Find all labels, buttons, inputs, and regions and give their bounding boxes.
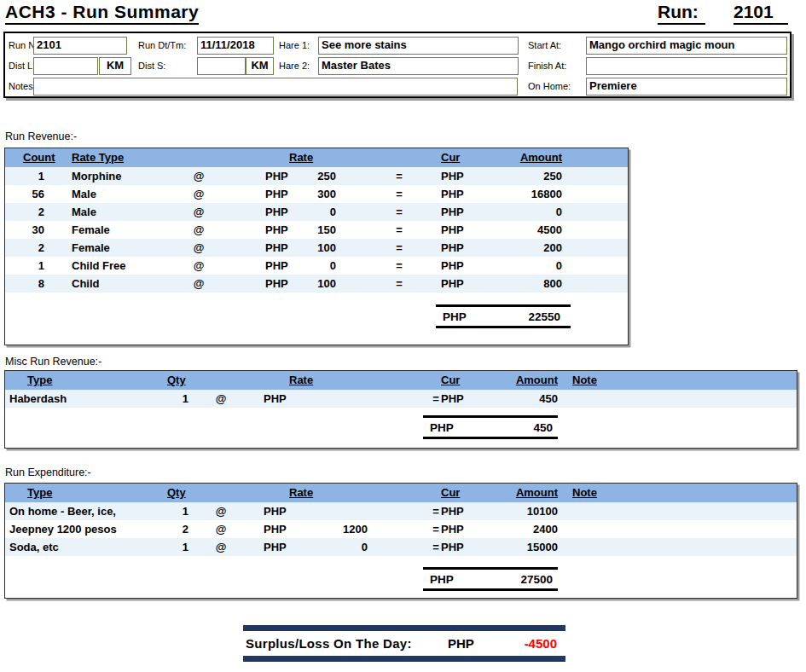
at-symbol: @ <box>184 221 213 239</box>
cell-count: 30 <box>5 221 44 239</box>
total-amount: 22550 <box>528 308 560 326</box>
hare2-input[interactable]: Master Bates <box>318 57 519 75</box>
dist-s-unit-box: KM <box>246 57 274 75</box>
cell-rate: 0 <box>295 538 368 556</box>
run-revenue-total-row: PHP 22550 <box>436 304 571 328</box>
cell-rate-currency: PHP <box>265 239 288 257</box>
cell-rate-currency: PHP <box>265 257 288 275</box>
run-no-input[interactable]: 2101 <box>33 37 127 55</box>
cell-amount: 2400 <box>462 520 558 538</box>
cell-rate: 100 <box>288 239 336 257</box>
col-header-qty: Qty <box>167 484 186 502</box>
equals-symbol: = <box>391 167 408 185</box>
total-amount: 450 <box>533 419 553 437</box>
on-home-label: On Home: <box>528 78 571 96</box>
dist-l-unit-box: KM <box>99 57 131 75</box>
cell-currency: PHP <box>441 203 464 221</box>
finish-at-input[interactable] <box>586 57 787 75</box>
dist-l-label: Dist L: <box>9 57 35 75</box>
surplus-label: Surplus/Loss On The Day: <box>246 631 412 656</box>
cell-amount: 0 <box>462 203 562 221</box>
table-row: 56 Male @ PHP 300 = PHP 16800 <box>5 185 628 203</box>
cell-rate-currency: PHP <box>264 520 287 538</box>
cell-amount: 200 <box>462 239 562 257</box>
cell-qty: 2 <box>142 520 188 538</box>
hare1-input[interactable]: See more stains <box>318 37 519 55</box>
surplus-currency: PHP <box>448 631 474 656</box>
run-expenditure-total-row: PHP 27500 <box>423 567 558 591</box>
hare1-label: Hare 1: <box>279 37 310 55</box>
equals-symbol: = <box>391 257 408 275</box>
table-row: Jeepney 1200 pesos 2 @ PHP 1200 = PHP 24… <box>5 520 797 538</box>
start-at-input[interactable]: Mango orchird magic moun <box>586 37 787 55</box>
cell-amount: 0 <box>462 257 562 275</box>
at-symbol: @ <box>184 203 213 221</box>
cell-rate-currency: PHP <box>264 502 287 520</box>
cell-currency: PHP <box>441 520 464 538</box>
cell-rate: 0 <box>288 203 336 221</box>
cell-qty: 1 <box>142 538 188 556</box>
cell-currency: PHP <box>441 221 464 239</box>
total-currency: PHP <box>430 571 454 588</box>
table-row: 2 Female @ PHP 100 = PHP 200 <box>5 239 628 257</box>
dist-l-input[interactable] <box>33 57 98 75</box>
col-header-cur: Cur <box>441 484 460 502</box>
col-header-note: Note <box>572 484 597 502</box>
cell-rate: 150 <box>288 221 336 239</box>
equals-symbol: = <box>391 203 408 221</box>
cell-count: 56 <box>5 185 44 203</box>
col-header-note: Note <box>572 371 597 390</box>
cell-amount: 800 <box>462 275 562 293</box>
col-header-amount: Amount <box>462 371 558 390</box>
table-row: 2 Male @ PHP 0 = PHP 0 <box>5 203 628 221</box>
cell-rate-currency: PHP <box>265 221 288 239</box>
col-header-cur: Cur <box>441 148 460 167</box>
cell-qty: 1 <box>142 390 188 408</box>
dist-s-input[interactable] <box>197 57 246 75</box>
hare2-label: Hare 2: <box>279 57 310 75</box>
cell-rate-currency: PHP <box>265 185 288 203</box>
cell-amount: 450 <box>462 390 558 408</box>
cell-rate-currency: PHP <box>264 390 287 408</box>
at-symbol: @ <box>210 520 232 538</box>
col-header-qty: Qty <box>167 371 186 390</box>
run-expenditure-header-row: Type Qty Rate Cur Amount Note <box>5 484 797 502</box>
cell-currency: PHP <box>441 185 464 203</box>
at-symbol: @ <box>184 275 213 293</box>
run-header-box: Run No: 2101 Run Dt/Tm: 11/11/2018 Hare … <box>3 32 792 98</box>
run-dttm-label: Run Dt/Tm: <box>138 37 186 55</box>
cell-type: Soda, etc <box>9 538 59 556</box>
table-row: On home - Beer, ice, 1 @ PHP = PHP 10100 <box>5 502 797 520</box>
cell-amount: 15000 <box>462 538 558 556</box>
at-symbol: @ <box>184 257 213 275</box>
cell-rate: 100 <box>288 275 336 293</box>
at-symbol: @ <box>210 502 232 520</box>
cell-amount: 10100 <box>462 502 558 520</box>
misc-revenue-table: Type Qty Rate Cur Amount Note Haberdash … <box>4 370 797 449</box>
run-dttm-input[interactable]: 11/11/2018 <box>197 37 274 55</box>
total-currency: PHP <box>443 308 467 326</box>
cell-type: On home - Beer, ice, <box>9 502 116 520</box>
total-currency: PHP <box>430 419 454 437</box>
cell-rate-currency: PHP <box>265 203 288 221</box>
cell-rate-type: Male <box>72 203 96 221</box>
misc-revenue-header-row: Type Qty Rate Cur Amount Note <box>5 371 797 390</box>
at-symbol: @ <box>184 239 213 257</box>
cell-rate-currency: PHP <box>265 167 288 185</box>
cell-rate-type: Female <box>72 221 110 239</box>
cell-rate: 1200 <box>295 520 368 538</box>
cell-amount: 250 <box>462 167 562 185</box>
on-home-input[interactable]: Premiere <box>586 78 787 96</box>
misc-revenue-section-label: Misc Run Revenue:- <box>5 356 101 368</box>
surplus-strip: Surplus/Loss On The Day: PHP -4500 <box>243 625 565 662</box>
col-header-rate: Rate <box>289 371 313 390</box>
run-expenditure-table: Type Qty Rate Cur Amount Note On home - … <box>4 483 797 599</box>
col-header-amount: Amount <box>462 148 562 167</box>
cell-rate-currency: PHP <box>264 538 287 556</box>
cell-rate-type: Morphine <box>72 167 122 185</box>
col-header-cur: Cur <box>441 371 460 390</box>
cell-count: 8 <box>5 275 44 293</box>
cell-count: 1 <box>5 257 44 275</box>
notes-input[interactable] <box>33 78 518 96</box>
cell-currency: PHP <box>441 502 464 520</box>
